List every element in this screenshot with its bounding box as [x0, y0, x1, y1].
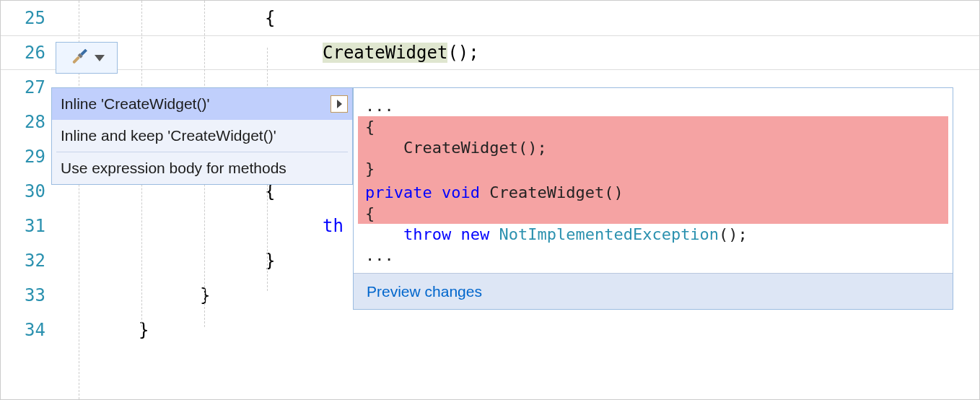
code-text: }: [56, 285, 210, 305]
line-number: 34: [1, 320, 56, 340]
chevron-down-icon: [95, 55, 105, 61]
screwdriver-icon: [63, 43, 93, 73]
code-text: th: [56, 216, 344, 236]
quick-actions-menu: Inline 'CreateWidget()' Inline and keep …: [51, 87, 353, 185]
menu-item-label: Inline 'CreateWidget()': [61, 95, 209, 113]
line-number: 31: [1, 216, 56, 236]
line-number: 28: [1, 112, 56, 132]
preview-panel: ... { CreateWidget(); } private void Cre…: [353, 87, 953, 310]
preview-body: ... { CreateWidget(); } private void Cre…: [354, 88, 953, 273]
menu-item-expression-body[interactable]: Use expression body for methods: [52, 152, 352, 184]
preview-line: throw new NotImplementedException();: [358, 224, 948, 245]
svg-rect-0: [80, 48, 87, 56]
preview-line-deleted: {: [358, 116, 948, 137]
preview-line-deleted: {: [358, 203, 948, 224]
quick-actions-button[interactable]: [56, 42, 118, 74]
code-text: CreateWidget();: [56, 43, 479, 63]
preview-footer: Preview changes: [354, 273, 953, 309]
menu-item-label: Inline and keep 'CreateWidget()': [61, 127, 276, 144]
submenu-arrow-icon[interactable]: [331, 95, 348, 113]
line-number: 26: [1, 43, 56, 63]
line-number: 32: [1, 251, 56, 271]
preview-line-deleted: }: [358, 158, 948, 179]
highlighted-token: CreateWidget: [323, 43, 447, 63]
preview-line-deleted: CreateWidget();: [358, 137, 948, 158]
svg-rect-2: [72, 56, 80, 64]
preview-line: ...: [358, 245, 948, 266]
menu-item-inline-keep[interactable]: Inline and keep 'CreateWidget()': [52, 120, 352, 152]
menu-item-inline[interactable]: Inline 'CreateWidget()': [52, 88, 352, 120]
line-number: 27: [1, 77, 56, 97]
preview-line: ...: [358, 95, 948, 116]
menu-item-label: Use expression body for methods: [61, 160, 286, 177]
line-number: 29: [1, 147, 56, 167]
line-number: 33: [1, 285, 56, 305]
preview-line-deleted: private void CreateWidget(): [358, 182, 948, 203]
code-text: {: [56, 8, 275, 28]
line-number: 30: [1, 181, 56, 201]
preview-changes-link[interactable]: Preview changes: [367, 283, 482, 300]
line-number: 25: [1, 8, 56, 28]
code-text: }: [56, 320, 149, 340]
code-text: }: [56, 251, 275, 271]
